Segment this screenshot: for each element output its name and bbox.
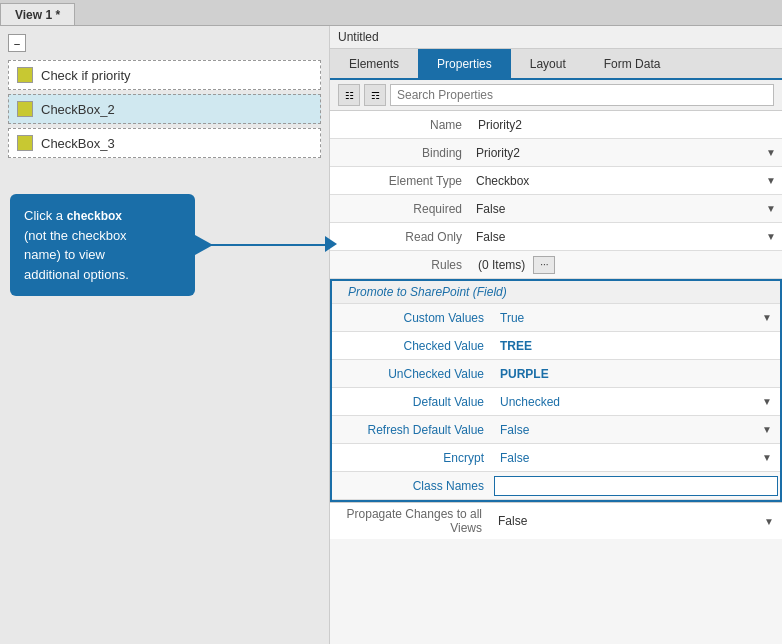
promote-label-custom-values: Custom Values [332,307,492,329]
tab-layout[interactable]: Layout [511,49,585,78]
checkbox-icon-1 [17,67,33,83]
main-area: – Check if priority CheckBox_2 CheckBox_… [0,26,782,644]
prop-row-required: Required False ▼ [330,195,782,223]
prop-select-readonly[interactable]: False ▼ [470,228,782,246]
promote-label-class-names: Class Names [332,475,492,497]
propagate-row: Propagate Changes to all Views False ▼ [330,502,782,539]
required-dropdown-arrow: ▼ [766,203,776,214]
prop-value-name: Priority2 [470,114,782,136]
form-item-3[interactable]: CheckBox_3 [8,128,321,158]
prop-label-binding: Binding [330,142,470,164]
form-item-label-3: CheckBox_3 [41,136,115,151]
promote-value-unchecked: PURPLE [492,363,780,385]
promote-row-class-names: Class Names [332,472,780,500]
propagate-dropdown-arrow: ▼ [764,516,774,527]
prop-value-rules: (0 Items) ··· [470,252,782,278]
promote-row-default-value: Default Value Unchecked ▼ [332,388,780,416]
collapse-button[interactable]: – [8,34,26,52]
promote-label-encrypt: Encrypt [332,447,492,469]
right-header: Untitled [330,26,782,49]
promote-select-default-value[interactable]: Unchecked ▼ [492,393,780,411]
left-panel: – Check if priority CheckBox_2 CheckBox_… [0,26,330,644]
tab-elements[interactable]: Elements [330,49,418,78]
properties-content: Name Priority2 Binding Priority2 ▼ Eleme… [330,111,782,644]
promote-row-unchecked-value: UnChecked Value PURPLE [332,360,780,388]
tooltip-line [195,244,325,246]
form-item-label-1: Check if priority [41,68,131,83]
prop-select-binding[interactable]: Priority2 ▼ [470,144,782,162]
checkbox-icon-3 [17,135,33,151]
right-panel: Untitled Elements Properties Layout Form… [330,26,782,644]
promote-row-checked-value: Checked Value TREE [332,332,780,360]
prop-label-readonly: Read Only [330,226,470,248]
promote-label-refresh-default: Refresh Default Value [332,419,492,441]
promote-label-default-value: Default Value [332,391,492,413]
promote-label-checked-value: Checked Value [332,335,492,357]
refresh-default-dropdown-arrow: ▼ [762,424,772,435]
prop-label-required: Required [330,198,470,220]
promote-label-unchecked-value: UnChecked Value [332,363,492,385]
prop-row-rules: Rules (0 Items) ··· [330,251,782,279]
prop-row-elementtype: Element Type Checkbox ▼ [330,167,782,195]
readonly-dropdown-arrow: ▼ [766,231,776,242]
binding-dropdown-arrow: ▼ [766,147,776,158]
promote-select-encrypt[interactable]: False ▼ [492,449,780,467]
list-view-icon[interactable]: ☷ [338,84,360,106]
prop-row-binding: Binding Priority2 ▼ [330,139,782,167]
prop-label-name: Name [330,114,470,136]
custom-values-dropdown-arrow: ▼ [762,312,772,323]
search-input[interactable] [390,84,774,106]
prop-label-elementtype: Element Type [330,170,470,192]
promote-section: Promote to SharePoint (Field) Custom Val… [330,279,782,502]
promote-header: Promote to SharePoint (Field) [332,281,780,304]
elementtype-dropdown-arrow: ▼ [766,175,776,186]
form-item-2[interactable]: CheckBox_2 [8,94,321,124]
tooltip-box: Click a checkbox(not the checkboxname) t… [10,194,195,296]
prop-row-readonly: Read Only False ▼ [330,223,782,251]
promote-select-custom-values[interactable]: True ▼ [492,309,780,327]
top-tab-bar: View 1 * [0,0,782,26]
right-tabs: Elements Properties Layout Form Data [330,49,782,80]
prop-row-name: Name Priority2 [330,111,782,139]
tab-formdata[interactable]: Form Data [585,49,680,78]
encrypt-dropdown-arrow: ▼ [762,452,772,463]
tooltip-arrow [195,235,213,255]
class-names-input[interactable] [494,476,778,496]
promote-row-custom-values: Custom Values True ▼ [332,304,780,332]
rules-button[interactable]: ··· [533,256,555,274]
propagate-select[interactable]: False ▼ [490,512,782,530]
tab-properties[interactable]: Properties [418,49,511,78]
form-item-label-2: CheckBox_2 [41,102,115,117]
prop-label-rules: Rules [330,254,470,276]
group-view-icon[interactable]: ☶ [364,84,386,106]
form-item-1[interactable]: Check if priority [8,60,321,90]
tooltip-arrow-right [325,236,337,252]
promote-row-encrypt: Encrypt False ▼ [332,444,780,472]
properties-toolbar: ☷ ☶ [330,80,782,111]
promote-select-refresh-default[interactable]: False ▼ [492,421,780,439]
propagate-label: Propagate Changes to all Views [330,503,490,539]
default-value-dropdown-arrow: ▼ [762,396,772,407]
prop-select-required[interactable]: False ▼ [470,200,782,218]
promote-row-refresh-default: Refresh Default Value False ▼ [332,416,780,444]
prop-select-elementtype[interactable]: Checkbox ▼ [470,172,782,190]
promote-value-checked: TREE [492,335,780,357]
checkbox-icon-2 [17,101,33,117]
view1-tab[interactable]: View 1 * [0,3,75,25]
